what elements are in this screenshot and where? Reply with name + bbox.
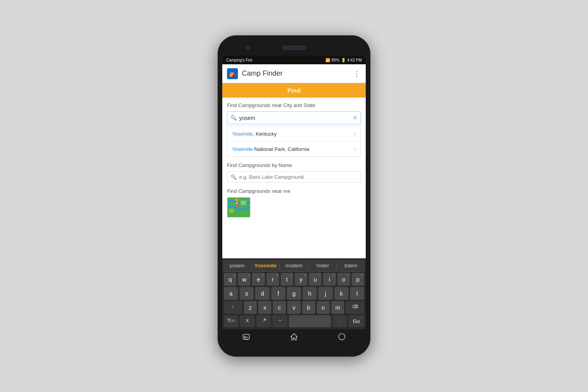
- key-h[interactable]: h: [303, 287, 317, 300]
- highlight-yosemite-1: Yosemite: [232, 131, 253, 137]
- key-s[interactable]: s: [240, 287, 254, 300]
- symbols-key[interactable]: ?1☺: [224, 315, 238, 327]
- time-display: 4:42 PM: [347, 58, 362, 62]
- home-icon: [290, 333, 298, 341]
- svg-rect-5: [243, 334, 249, 339]
- keyboard-autocomplete-bar: yosem Yosemite modem Yoder totem: [223, 260, 365, 272]
- key-d[interactable]: d: [255, 287, 269, 300]
- key-w[interactable]: w2: [238, 273, 250, 286]
- suggestion-yoder[interactable]: Yoder: [309, 261, 337, 270]
- chevron-right-icon-2: ›: [354, 145, 356, 152]
- earpiece-speaker: [282, 46, 306, 50]
- key-i[interactable]: i8: [323, 273, 336, 286]
- back-icon: [242, 334, 250, 340]
- status-bar: Camping's Fire 📶 80% 🔋 4:42 PM: [222, 56, 366, 64]
- svg-rect-1: [229, 209, 234, 213]
- app-icon: ⛺: [227, 68, 238, 79]
- app-bar: ⛺ Camp Finder ⋮: [222, 64, 366, 83]
- map-preview-svg: [227, 198, 250, 217]
- go-key[interactable]: Go: [348, 315, 364, 327]
- app-title: Camp Finder: [242, 69, 353, 78]
- back-nav-button[interactable]: [242, 334, 250, 342]
- key-q[interactable]: q1: [224, 273, 236, 286]
- key-u[interactable]: u7: [309, 273, 321, 286]
- city-section-label: Find Campgrounds near City and State: [227, 102, 361, 108]
- name-search-icon: 🔍: [230, 174, 237, 180]
- key-j[interactable]: j: [318, 287, 332, 300]
- wifi-icon: 📶: [325, 58, 330, 62]
- search-icon: 🔍: [230, 115, 237, 121]
- key-v[interactable]: v: [287, 301, 300, 314]
- tent-icon: ⛺: [229, 70, 236, 77]
- rest-text-2: National Park, California: [253, 146, 309, 152]
- chevron-right-icon-1: ›: [354, 130, 356, 137]
- content-area: Find Campgrounds near City and State 🔍 ✕…: [222, 98, 366, 258]
- svg-point-11: [339, 334, 345, 340]
- key-y[interactable]: y6: [295, 273, 307, 286]
- shift-key[interactable]: ↑: [224, 301, 242, 314]
- app-name-status: Camping's Fire: [226, 58, 252, 62]
- svg-point-4: [236, 203, 238, 204]
- period-key[interactable]: .: [332, 315, 347, 327]
- key-n[interactable]: n: [317, 301, 330, 314]
- highlight-yosemite-2: Yosemite: [232, 146, 253, 152]
- near-me-label: Find Campgrounds near me: [227, 188, 361, 194]
- key-t[interactable]: t5: [281, 273, 293, 286]
- mic-key[interactable]: 🎤: [256, 315, 271, 327]
- suggestion-modem[interactable]: modem: [280, 261, 309, 270]
- overflow-menu-button[interactable]: ⋮: [353, 69, 361, 78]
- keyboard-middle-row: a s d f g h j k l: [224, 287, 364, 300]
- svg-rect-2: [241, 201, 246, 205]
- city-search-input[interactable]: [239, 115, 352, 121]
- tilde-key[interactable]: ~: [272, 315, 287, 327]
- key-m[interactable]: m: [331, 301, 344, 314]
- suggestion-yosemite[interactable]: Yosemite: [252, 261, 280, 270]
- space-key[interactable]: [289, 315, 331, 327]
- key-c[interactable]: c: [273, 301, 286, 314]
- keyboard-action-row: ?1☺ X 🎤 ~ . Go: [224, 315, 364, 327]
- key-f[interactable]: f: [271, 287, 285, 300]
- backspace-key[interactable]: ⌫: [346, 301, 364, 314]
- phone-device: Camping's Fire 📶 80% 🔋 4:42 PM ⛺ Camp Fi…: [218, 35, 370, 357]
- suggestion-yosem[interactable]: yosem: [223, 261, 252, 270]
- key-z[interactable]: z: [244, 301, 257, 314]
- key-e[interactable]: e3: [252, 273, 265, 286]
- map-thumbnail[interactable]: [227, 197, 250, 218]
- find-button[interactable]: Find: [222, 83, 366, 98]
- battery-percentage: 80%: [332, 58, 339, 62]
- suggestion-totem[interactable]: totem: [337, 261, 365, 270]
- key-r[interactable]: r4: [267, 273, 279, 286]
- key-b[interactable]: b: [302, 301, 315, 314]
- key-x[interactable]: x: [258, 301, 271, 314]
- autocomplete-text-california: Yosemite National Park, California: [232, 146, 309, 152]
- recents-nav-button[interactable]: [338, 333, 346, 343]
- key-k[interactable]: k: [334, 287, 348, 300]
- front-camera: [246, 46, 250, 50]
- city-search-box[interactable]: 🔍 ✕: [227, 111, 361, 124]
- clear-button[interactable]: ✕: [352, 114, 358, 122]
- bottom-nav: [222, 329, 366, 346]
- keyboard: yosem Yosemite modem Yoder totem q1 w2 e…: [222, 258, 366, 329]
- x-key[interactable]: X: [240, 315, 254, 327]
- name-search-input[interactable]: [239, 174, 358, 180]
- phone-bottom-bar: [222, 346, 366, 352]
- autocomplete-text-kentucky: Yosemite, Kentucky: [232, 131, 277, 137]
- rest-text-1: , Kentucky: [253, 131, 277, 137]
- battery-icon: 🔋: [341, 58, 346, 62]
- name-section-label: Find Campgrounds by Name: [227, 162, 361, 168]
- key-a[interactable]: a: [224, 287, 238, 300]
- key-g[interactable]: g: [287, 287, 301, 300]
- autocomplete-item-kentucky[interactable]: Yosemite, Kentucky ›: [227, 126, 361, 142]
- svg-marker-10: [291, 334, 297, 340]
- keyboard-number-row: q1 w2 e3 r4 t5 y6 u7 i8 o9 p0: [224, 273, 364, 286]
- keyboard-bottom-row: ↑ z x c v b n m ⌫: [224, 301, 364, 314]
- key-p[interactable]: p0: [352, 273, 364, 286]
- phone-screen: Camping's Fire 📶 80% 🔋 4:42 PM ⛺ Camp Fi…: [222, 56, 366, 346]
- key-o[interactable]: o9: [338, 273, 350, 286]
- key-l[interactable]: l: [350, 287, 364, 300]
- home-nav-button[interactable]: [290, 333, 298, 343]
- autocomplete-item-california[interactable]: Yosemite National Park, California ›: [227, 142, 361, 156]
- autocomplete-dropdown: Yosemite, Kentucky › Yosemite National P…: [227, 126, 361, 157]
- recents-icon: [338, 333, 346, 341]
- name-search-box[interactable]: 🔍: [227, 171, 361, 183]
